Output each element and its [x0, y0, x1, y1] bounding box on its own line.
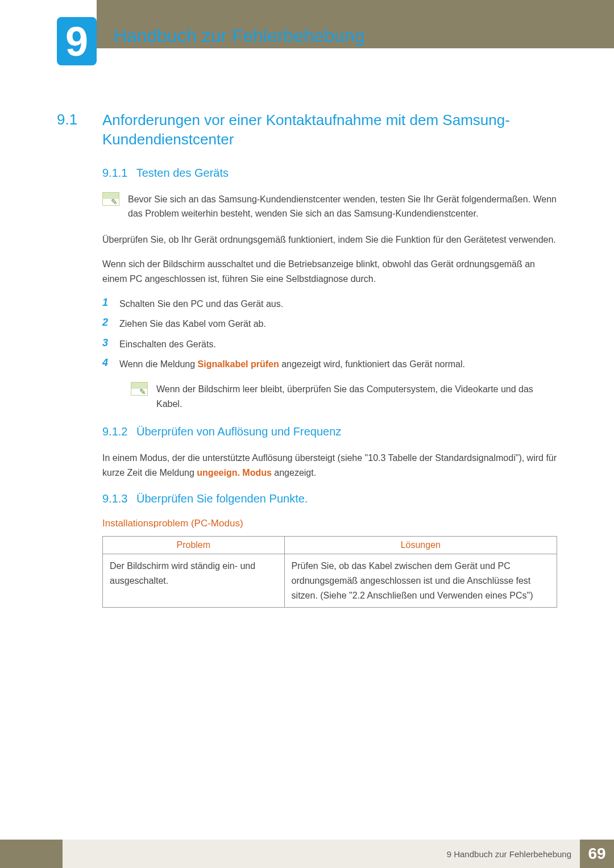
list-number: 4: [102, 357, 119, 372]
list-number: 1: [102, 297, 119, 312]
footer: 9 Handbuch zur Fehlerbehebung 69: [0, 840, 614, 868]
ordered-list: 1 Schalten Sie den PC und das Gerät aus.…: [102, 297, 557, 372]
list-text: Schalten Sie den PC und das Gerät aus.: [119, 297, 283, 312]
table-header-problem: Problem: [103, 537, 285, 554]
sub-note-block: Wenn der Bildschirm leer bleibt, überprü…: [131, 382, 557, 411]
list-number: 2: [102, 317, 119, 331]
subsection-title: Überprüfen von Auflösung und Frequenz: [136, 425, 341, 438]
table-row: Der Bildschirm wird ständig ein- und aus…: [103, 554, 557, 608]
table-header-solution: Lösungen: [284, 537, 557, 554]
table-cell-solution: Prüfen Sie, ob das Kabel zwischen dem Ge…: [284, 554, 557, 608]
list-text: Ziehen Sie das Kabel vom Gerät ab.: [119, 317, 266, 331]
subsection-title: Testen des Geräts: [136, 167, 229, 179]
note-icon: [131, 382, 148, 396]
list-item: 3 Einschalten des Geräts.: [102, 337, 557, 352]
subsection-911: 9.1.1 Testen des Geräts Bevor Sie sich a…: [102, 167, 557, 412]
list-item: 1 Schalten Sie den PC und das Gerät aus.: [102, 297, 557, 312]
note-text: Wenn der Bildschirm leer bleibt, überprü…: [156, 382, 557, 411]
troubleshooting-table: Problem Lösungen Der Bildschirm wird stä…: [102, 536, 557, 608]
table-cell-problem: Der Bildschirm wird ständig ein- und aus…: [103, 554, 285, 608]
section-title: Anforderungen vor einer Kontaktaufnahme …: [102, 111, 557, 149]
emphasis: Signalkabel prüfen: [198, 359, 279, 369]
list-text: Einschalten des Geräts.: [119, 337, 216, 352]
list-number: 3: [102, 337, 119, 352]
subsection-912: 9.1.2 Überprüfen von Auflösung und Frequ…: [102, 425, 557, 480]
subsection-913: 9.1.3 Überprüfen Sie folgenden Punkte. I…: [102, 492, 557, 608]
subsection-number: 9.1.1: [102, 167, 127, 179]
subsection-title: Überprüfen Sie folgenden Punkte.: [136, 492, 308, 505]
table-caption: Installationsproblem (PC-Modus): [102, 518, 557, 529]
note-block: Bevor Sie sich an das Samsung-Kundendien…: [102, 192, 557, 221]
list-item: 2 Ziehen Sie das Kabel vom Gerät ab.: [102, 317, 557, 331]
page-number: 69: [580, 840, 614, 868]
paragraph: Wenn sich der Bildschirm ausschaltet und…: [102, 257, 557, 286]
chapter-number-badge: 9: [57, 17, 97, 65]
list-text: Wenn die Meldung Signalkabel prüfen ange…: [119, 357, 465, 372]
subsection-heading: 9.1.3 Überprüfen Sie folgenden Punkte.: [102, 492, 557, 505]
chapter-title: Handbuch zur Fehlerbehebung: [114, 26, 364, 47]
section-number: 9.1: [57, 111, 102, 149]
subsection-number: 9.1.2: [102, 425, 127, 438]
paragraph: Überprüfen Sie, ob Ihr Gerät ordnungsgem…: [102, 232, 557, 247]
emphasis: ungeeign. Modus: [197, 468, 272, 477]
note-text: Bevor Sie sich an das Samsung-Kundendien…: [128, 192, 557, 221]
paragraph: In einem Modus, der die unterstützte Auf…: [102, 451, 557, 480]
section-heading: 9.1 Anforderungen vor einer Kontaktaufna…: [57, 111, 557, 149]
subsection-heading: 9.1.1 Testen des Geräts: [102, 167, 557, 180]
footer-text: 9 Handbuch zur Fehlerbehebung: [63, 840, 580, 868]
subsection-heading: 9.1.2 Überprüfen von Auflösung und Frequ…: [102, 425, 557, 438]
list-item: 4 Wenn die Meldung Signalkabel prüfen an…: [102, 357, 557, 372]
subsection-number: 9.1.3: [102, 492, 127, 505]
note-icon: [102, 192, 119, 206]
page-content: 9.1 Anforderungen vor einer Kontaktaufna…: [57, 111, 557, 620]
